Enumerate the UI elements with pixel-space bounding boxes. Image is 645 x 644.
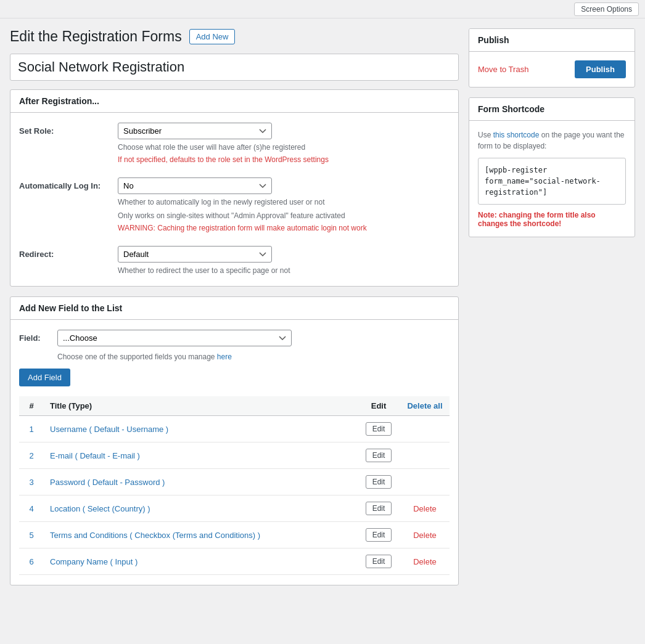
- edit-button[interactable]: Edit: [366, 422, 392, 436]
- left-column: Edit the Registration Forms Add New Afte…: [10, 28, 459, 595]
- shortcode-note: Note: changing the form title also chang…: [478, 211, 626, 228]
- row-title: Company Name ( Input ): [44, 548, 357, 575]
- top-bar: Screen Options: [0, 0, 645, 18]
- col-hash-header: #: [19, 396, 44, 416]
- after-registration-header: After Registration...: [10, 90, 458, 113]
- shortcode-description: Use this shortcode on the page you want …: [478, 129, 626, 152]
- field-hint: Choose one of the supported fields you m…: [57, 353, 450, 361]
- edit-button[interactable]: Edit: [366, 475, 392, 489]
- auto-login-hint1: Whether to automatically log in the newl…: [118, 197, 450, 208]
- col-edit-header: Edit: [357, 396, 400, 416]
- edit-button[interactable]: Edit: [366, 449, 392, 462]
- table-row: 3Password ( Default - Password )Edit: [19, 469, 450, 495]
- publish-button[interactable]: Publish: [575, 60, 626, 78]
- row-edit-cell: Edit: [357, 442, 400, 469]
- move-to-trash-link[interactable]: Move to Trash: [478, 65, 528, 74]
- page-title: Edit the Registration Forms: [10, 28, 182, 45]
- row-title: Password ( Default - Password ): [44, 469, 357, 495]
- row-edit-cell: Edit: [357, 522, 400, 548]
- table-row: 1Username ( Default - Username )Edit: [19, 416, 450, 442]
- edit-button[interactable]: Edit: [366, 528, 392, 542]
- screen-options-button[interactable]: Screen Options: [574, 2, 639, 16]
- set-role-select[interactable]: Subscriber Editor Administrator Author C…: [118, 123, 272, 139]
- table-row: 6Company Name ( Input )EditDelete: [19, 548, 450, 575]
- add-field-button[interactable]: Add Field: [19, 369, 70, 386]
- publish-panel-header: Publish: [469, 29, 635, 52]
- note-label: Note:: [478, 211, 497, 219]
- set-role-control: Subscriber Editor Administrator Author C…: [118, 123, 450, 165]
- row-edit-cell: Edit: [357, 416, 400, 442]
- row-delete-cell: Delete: [400, 495, 450, 522]
- delete-link[interactable]: Delete: [413, 504, 437, 513]
- right-column: Publish Move to Trash Publish Form Short…: [469, 28, 635, 595]
- row-title: Username ( Default - Username ): [44, 416, 357, 442]
- redirect-select[interactable]: Default: [118, 246, 272, 263]
- auto-login-select[interactable]: No Yes: [118, 177, 272, 194]
- set-role-row: Set Role: Subscriber Editor Administrato…: [19, 123, 450, 165]
- row-number: 4: [19, 495, 44, 522]
- row-delete-cell: Delete: [400, 548, 450, 575]
- shortcode-panel-body: Use this shortcode on the page you want …: [469, 121, 635, 237]
- set-role-hint2: If not specified, defaults to the role s…: [118, 154, 450, 165]
- col-title-header: Title (Type): [44, 396, 357, 416]
- table-row: 2E-mail ( Default - E-mail )Edit: [19, 442, 450, 469]
- row-title: Terms and Conditions ( Checkbox (Terms a…: [44, 522, 357, 548]
- edit-button[interactable]: Edit: [366, 555, 392, 568]
- redirect-control: Default Whether to redirect the user to …: [118, 246, 450, 276]
- field-label: Field:: [19, 333, 50, 343]
- auto-login-label: Automatically Log In:: [19, 177, 118, 190]
- publish-panel-body: Move to Trash Publish: [469, 52, 635, 87]
- auto-login-row: Automatically Log In: No Yes Whether to …: [19, 177, 450, 234]
- row-delete-cell: [400, 442, 450, 469]
- row-number: 3: [19, 469, 44, 495]
- add-field-body: Field: ...Choose Choose one of the suppo…: [10, 320, 458, 585]
- field-select-row: Field: ...Choose: [19, 330, 450, 346]
- row-edit-cell: Edit: [357, 548, 400, 575]
- row-delete-cell: Delete: [400, 522, 450, 548]
- row-number: 1: [19, 416, 44, 442]
- table-row: 4Location ( Select (Country) )EditDelete: [19, 495, 450, 522]
- field-choose-select[interactable]: ...Choose: [57, 330, 292, 346]
- row-title: E-mail ( Default - E-mail ): [44, 442, 357, 469]
- row-number: 2: [19, 442, 44, 469]
- row-number: 5: [19, 522, 44, 548]
- shortcode-box: [wppb-register form_name="social-network…: [478, 158, 626, 205]
- redirect-label: Redirect:: [19, 246, 118, 259]
- add-field-card: Add New Field to the List Field: ...Choo…: [10, 296, 459, 585]
- after-registration-body: Set Role: Subscriber Editor Administrato…: [10, 113, 458, 286]
- shortcode-panel: Form Shortcode Use this shortcode on the…: [469, 97, 635, 237]
- row-edit-cell: Edit: [357, 495, 400, 522]
- table-header-row: # Title (Type) Edit Delete all: [19, 396, 450, 416]
- auto-login-hint2: Only works on single-sites without "Admi…: [118, 210, 450, 221]
- row-edit-cell: Edit: [357, 469, 400, 495]
- shortcode-panel-header: Form Shortcode: [469, 98, 635, 121]
- form-title-input[interactable]: [10, 54, 459, 81]
- row-title: Location ( Select (Country) ): [44, 495, 357, 522]
- auto-login-hint3: WARNING: Caching the registration form w…: [118, 222, 450, 234]
- row-number: 6: [19, 548, 44, 575]
- add-new-button[interactable]: Add New: [189, 29, 236, 44]
- row-delete-cell: [400, 469, 450, 495]
- auto-login-control: No Yes Whether to automatically log in t…: [118, 177, 450, 234]
- redirect-row: Redirect: Default Whether to redirect th…: [19, 246, 450, 276]
- col-delete-all-header[interactable]: Delete all: [400, 396, 450, 416]
- delete-link[interactable]: Delete: [413, 531, 437, 540]
- fields-table: # Title (Type) Edit Delete all 1Username…: [19, 396, 450, 575]
- shortcode-this-link[interactable]: this shortcode: [493, 131, 540, 139]
- set-role-label: Set Role:: [19, 123, 118, 136]
- table-row: 5Terms and Conditions ( Checkbox (Terms …: [19, 522, 450, 548]
- redirect-hint: Whether to redirect the user to a specif…: [118, 265, 450, 276]
- publish-panel: Publish Move to Trash Publish: [469, 28, 635, 88]
- after-registration-card: After Registration... Set Role: Subscrib…: [10, 89, 459, 287]
- delete-link[interactable]: Delete: [413, 557, 437, 566]
- page-title-row: Edit the Registration Forms Add New: [10, 28, 459, 45]
- edit-button[interactable]: Edit: [366, 502, 392, 515]
- field-hint-link[interactable]: here: [217, 353, 232, 361]
- add-field-header: Add New Field to the List: [10, 297, 458, 320]
- set-role-hint1: Choose what role the user will have afte…: [118, 142, 450, 153]
- row-delete-cell: [400, 416, 450, 442]
- publish-actions: Move to Trash Publish: [478, 60, 626, 78]
